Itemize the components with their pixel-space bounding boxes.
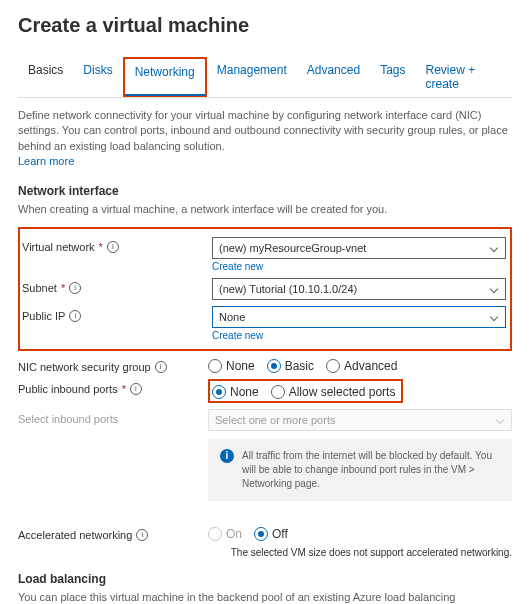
subnet-label: Subnet*i <box>22 278 212 294</box>
info-icon[interactable]: i <box>130 383 142 395</box>
chevron-down-icon <box>490 313 498 321</box>
info-icon[interactable]: i <box>107 241 119 253</box>
nsg-radio-none[interactable]: None <box>208 359 255 373</box>
info-icon: i <box>220 449 234 463</box>
nsg-radio-advanced[interactable]: Advanced <box>326 359 397 373</box>
tab-disks[interactable]: Disks <box>73 57 122 97</box>
inbound-radio-none[interactable]: None <box>212 385 259 399</box>
info-icon[interactable]: i <box>136 529 148 541</box>
nsg-label: NIC network security groupi <box>18 357 208 373</box>
publicip-label: Public IPi <box>22 306 212 322</box>
vnet-label: Virtual network*i <box>22 237 212 253</box>
inbound-label: Public inbound ports*i <box>18 379 208 395</box>
accel-label: Accelerated networkingi <box>18 525 208 541</box>
inbound-info-box: i All traffic from the internet will be … <box>208 439 512 501</box>
network-interface-sub: When creating a virtual machine, a netwo… <box>18 202 512 217</box>
info-icon[interactable]: i <box>155 361 167 373</box>
learn-more-link[interactable]: Learn more <box>18 155 74 167</box>
chevron-down-icon <box>490 285 498 293</box>
publicip-select[interactable]: None <box>212 306 506 328</box>
vnet-select[interactable]: (new) myResourceGroup-vnet <box>212 237 506 259</box>
accel-note: The selected VM size does not support ac… <box>208 547 512 558</box>
info-icon[interactable]: i <box>69 282 81 294</box>
selectports-select: Select one or more ports <box>208 409 512 431</box>
page-title: Create a virtual machine <box>18 14 512 37</box>
accel-radio-on: On <box>208 527 242 541</box>
accel-radio-off[interactable]: Off <box>254 527 288 541</box>
info-icon[interactable]: i <box>69 310 81 322</box>
publicip-create-new[interactable]: Create new <box>212 330 506 341</box>
tab-advanced[interactable]: Advanced <box>297 57 370 97</box>
chevron-down-icon <box>490 244 498 252</box>
chevron-down-icon <box>496 416 504 424</box>
load-balancing-sub: You can place this virtual machine in th… <box>18 590 512 604</box>
intro-text: Define network connectivity for your vir… <box>18 108 512 170</box>
tab-tags[interactable]: Tags <box>370 57 415 97</box>
nsg-radio-basic[interactable]: Basic <box>267 359 314 373</box>
subnet-select[interactable]: (new) Tutorial (10.10.1.0/24) <box>212 278 506 300</box>
tabs: Basics Disks Networking Management Advan… <box>18 57 512 98</box>
tab-basics[interactable]: Basics <box>18 57 73 97</box>
inbound-radio-allow[interactable]: Allow selected ports <box>271 385 396 399</box>
network-interface-heading: Network interface <box>18 184 512 198</box>
tab-networking[interactable]: Networking <box>123 57 207 97</box>
vnet-create-new[interactable]: Create new <box>212 261 506 272</box>
selectports-label: Select inbound ports <box>18 409 208 425</box>
load-balancing-heading: Load balancing <box>18 572 512 586</box>
tab-review[interactable]: Review + create <box>416 57 513 97</box>
tab-management[interactable]: Management <box>207 57 297 97</box>
